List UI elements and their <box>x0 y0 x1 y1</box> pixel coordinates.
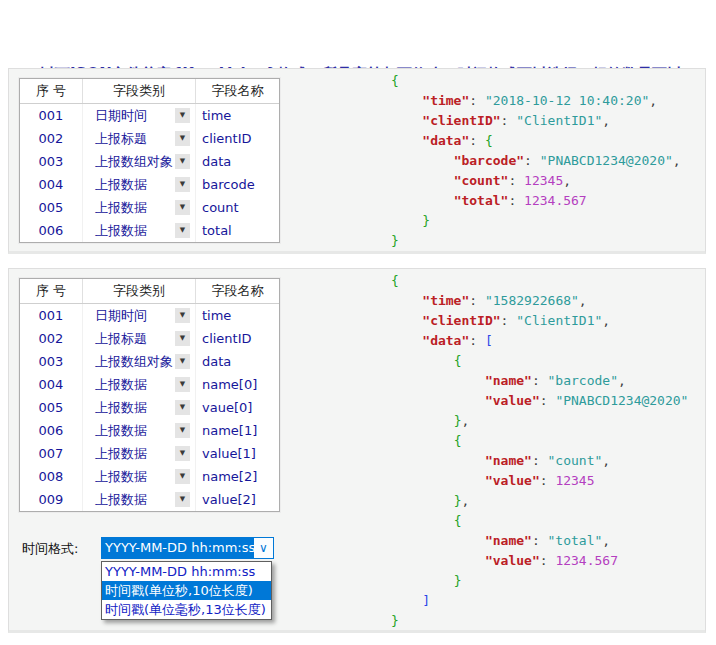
table-row[interactable]: 001日期时间▼time <box>20 304 279 327</box>
time-format-option[interactable]: 时间戳(单位秒,10位长度) <box>102 581 271 600</box>
code-line: "clientID": "ClientID1", <box>391 111 681 131</box>
code-line: "name": "barcode", <box>391 371 688 391</box>
field-name[interactable]: total <box>196 219 279 242</box>
field-table-body: 001日期时间▼time002上报标题▼clientID003上报数组对象▼da… <box>20 104 279 242</box>
code-line: { <box>391 271 688 291</box>
chevron-down-icon[interactable]: ∨ <box>254 538 273 558</box>
code-line: } <box>391 571 688 591</box>
dropdown-arrow-icon[interactable]: ▼ <box>175 223 190 238</box>
dropdown-arrow-icon[interactable]: ▼ <box>175 469 190 484</box>
field-name[interactable]: name[1] <box>196 419 279 442</box>
table-row[interactable]: 006上报数据▼name[1] <box>20 419 279 442</box>
row-number: 006 <box>20 419 83 442</box>
field-name[interactable]: clientID <box>196 327 279 350</box>
dropdown-arrow-icon[interactable]: ▼ <box>175 108 190 123</box>
field-category[interactable]: 上报数据▼ <box>83 488 196 511</box>
json-sample-object: { "time": "2018-10-12 10:40:20", "client… <box>391 71 681 251</box>
code-line: "count": 12345, <box>391 171 681 191</box>
field-category[interactable]: 上报数组对象▼ <box>83 150 196 173</box>
field-name[interactable]: time <box>196 104 279 127</box>
panel-keyvalue-array-format: 序 号字段类别字段名称 001日期时间▼time002上报标题▼clientID… <box>8 268 706 633</box>
row-number: 004 <box>20 173 83 196</box>
table-row[interactable]: 008上报数据▼name[2] <box>20 465 279 488</box>
code-line: { <box>391 511 688 531</box>
row-number: 008 <box>20 465 83 488</box>
field-category[interactable]: 上报标题▼ <box>83 127 196 150</box>
code-line: "name": "count", <box>391 451 688 471</box>
table-row[interactable]: 006上报数据▼total <box>20 219 279 242</box>
table-row[interactable]: 003上报数组对象▼data <box>20 150 279 173</box>
code-line: "total": 1234.567 <box>391 191 681 211</box>
field-name[interactable]: clientID <box>196 127 279 150</box>
dropdown-arrow-icon[interactable]: ▼ <box>175 423 190 438</box>
time-format-select[interactable]: YYYY-MM-DD hh:mm:ss ∨ <box>101 537 274 559</box>
table-row[interactable]: 005上报数据▼vaue[0] <box>20 396 279 419</box>
field-table: 序 号字段类别字段名称 001日期时间▼time002上报标题▼clientID… <box>19 78 280 243</box>
time-format-option[interactable]: YYYY-MM-DD hh:mm:ss <box>102 562 271 581</box>
dropdown-arrow-icon[interactable]: ▼ <box>175 331 190 346</box>
field-name[interactable]: vaue[0] <box>196 396 279 419</box>
page: 以下JSON文件兼容{Key:Value}格式；所见字符都可修改，时间格式可以选… <box>0 0 716 645</box>
field-name[interactable]: data <box>196 150 279 173</box>
code-line: { <box>391 71 681 91</box>
code-line: }, <box>391 411 688 431</box>
field-name[interactable]: name[0] <box>196 373 279 396</box>
field-name[interactable]: value[2] <box>196 488 279 511</box>
table-row[interactable]: 004上报数据▼name[0] <box>20 373 279 396</box>
panel-keyvalue-object-format: 序 号字段类别字段名称 001日期时间▼time002上报标题▼clientID… <box>8 68 706 254</box>
table-row[interactable]: 005上报数据▼count <box>20 196 279 219</box>
code-line: ] <box>391 591 688 611</box>
field-category[interactable]: 上报数据▼ <box>83 442 196 465</box>
table-row[interactable]: 007上报数据▼value[1] <box>20 442 279 465</box>
dropdown-arrow-icon[interactable]: ▼ <box>175 492 190 507</box>
column-header: 字段名称 <box>196 79 279 103</box>
row-number: 007 <box>20 442 83 465</box>
field-category[interactable]: 上报数据▼ <box>83 196 196 219</box>
row-number: 003 <box>20 150 83 173</box>
field-category[interactable]: 日期时间▼ <box>83 304 196 327</box>
dropdown-arrow-icon[interactable]: ▼ <box>175 446 190 461</box>
dropdown-arrow-icon[interactable]: ▼ <box>175 200 190 215</box>
dropdown-arrow-icon[interactable]: ▼ <box>175 177 190 192</box>
dropdown-arrow-icon[interactable]: ▼ <box>175 131 190 146</box>
field-name[interactable]: name[2] <box>196 465 279 488</box>
field-category[interactable]: 上报数据▼ <box>83 419 196 442</box>
table-row[interactable]: 003上报数组对象▼data <box>20 350 279 373</box>
dropdown-arrow-icon[interactable]: ▼ <box>175 400 190 415</box>
field-name[interactable]: time <box>196 304 279 327</box>
field-category[interactable]: 上报数据▼ <box>83 219 196 242</box>
table-row[interactable]: 004上报数据▼barcode <box>20 173 279 196</box>
column-header: 字段类别 <box>83 279 196 303</box>
row-number: 002 <box>20 127 83 150</box>
dropdown-arrow-icon[interactable]: ▼ <box>175 377 190 392</box>
row-number: 004 <box>20 373 83 396</box>
row-number: 001 <box>20 304 83 327</box>
code-line: { <box>391 351 688 371</box>
dropdown-arrow-icon[interactable]: ▼ <box>175 354 190 369</box>
field-table-body: 001日期时间▼time002上报标题▼clientID003上报数组对象▼da… <box>20 304 279 511</box>
code-line: "name": "total", <box>391 531 688 551</box>
time-format-selected-value[interactable]: YYYY-MM-DD hh:mm:ss <box>102 538 254 558</box>
dropdown-arrow-icon[interactable]: ▼ <box>175 308 190 323</box>
code-line: "value": "PNABCD1234@2020" <box>391 391 688 411</box>
table-row[interactable]: 002上报标题▼clientID <box>20 127 279 150</box>
field-name[interactable]: count <box>196 196 279 219</box>
field-name[interactable]: data <box>196 350 279 373</box>
field-category[interactable]: 日期时间▼ <box>83 104 196 127</box>
field-name[interactable]: barcode <box>196 173 279 196</box>
field-category[interactable]: 上报数据▼ <box>83 465 196 488</box>
table-row[interactable]: 001日期时间▼time <box>20 104 279 127</box>
field-category[interactable]: 上报数据▼ <box>83 373 196 396</box>
table-row[interactable]: 009上报数据▼value[2] <box>20 488 279 511</box>
field-category[interactable]: 上报数据▼ <box>83 173 196 196</box>
column-header: 字段名称 <box>196 279 279 303</box>
field-name[interactable]: value[1] <box>196 442 279 465</box>
table-row[interactable]: 002上报标题▼clientID <box>20 327 279 350</box>
dropdown-arrow-icon[interactable]: ▼ <box>175 154 190 169</box>
json-sample-array: { "time": "1582922668", "clientID": "Cli… <box>391 271 688 631</box>
time-format-option[interactable]: 时间戳(单位毫秒,13位长度) <box>102 600 271 619</box>
field-category[interactable]: 上报数组对象▼ <box>83 350 196 373</box>
row-number: 005 <box>20 396 83 419</box>
field-category[interactable]: 上报标题▼ <box>83 327 196 350</box>
field-category[interactable]: 上报数据▼ <box>83 396 196 419</box>
